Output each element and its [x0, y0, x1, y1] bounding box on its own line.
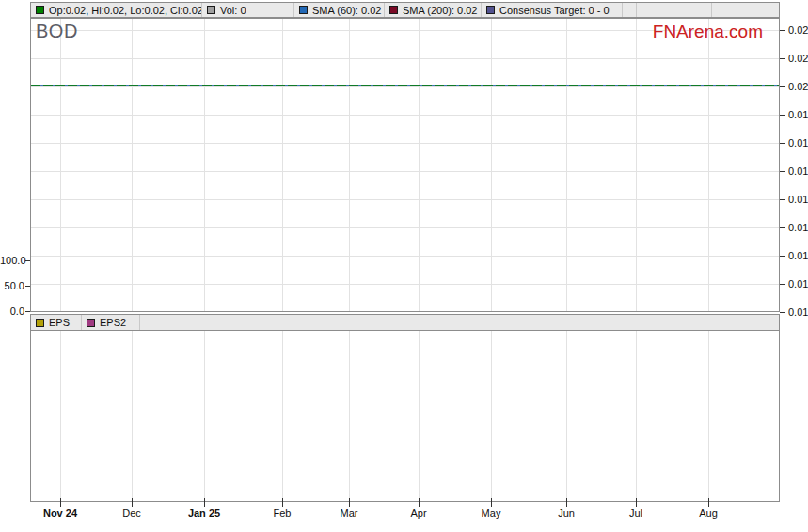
price-legend-swatch-icon	[299, 6, 308, 14]
price-legend-item: Consensus Target: 0 - 0	[482, 3, 623, 17]
v-gridline	[566, 331, 567, 501]
h-gridline	[31, 86, 779, 87]
price-axis-label: 0.0200	[788, 81, 808, 92]
price-line	[31, 85, 779, 86]
date-axis-label: Apr	[381, 508, 456, 519]
date-axis-tick	[419, 498, 420, 507]
v-gridline	[636, 331, 637, 501]
date-axis-tick	[349, 498, 350, 507]
price-axis-label: 0.0186	[788, 278, 808, 289]
date-axis-label: Dec	[94, 508, 169, 519]
price-axis-label: 0.0192	[788, 194, 808, 205]
price-legend-swatch-icon	[389, 6, 398, 14]
volume-axis-tick	[25, 286, 30, 287]
date-axis-label: Jun	[529, 508, 604, 519]
price-legend-item: SMA (200): 0.02	[385, 3, 482, 17]
date-axis-tick	[636, 498, 637, 507]
price-legend-bar: Op:0.02, Hi:0.02, Lo:0.02, Cl:0.02Vol: 0…	[30, 2, 780, 18]
volume-axis-label: 50.0	[0, 280, 24, 291]
v-gridline	[60, 19, 61, 311]
v-gridline	[282, 331, 283, 501]
date-axis-label: Aug	[671, 508, 746, 519]
price-axis-label: 0.0198	[788, 109, 808, 120]
price-legend-label: Vol: 0	[220, 5, 246, 16]
v-gridline	[491, 19, 492, 311]
price-legend-spacer	[637, 3, 712, 17]
price-axis-tick	[780, 58, 785, 59]
v-gridline	[566, 19, 567, 311]
date-axis-label: Nov 24	[23, 508, 98, 519]
v-gridline	[419, 331, 420, 501]
sma-underline	[31, 86, 779, 86]
date-axis-tick	[491, 498, 492, 507]
price-legend-spacer	[623, 3, 637, 17]
price-axis-tick	[780, 30, 785, 31]
volume-axis-label: 100.0	[0, 255, 24, 266]
v-gridline	[282, 19, 283, 311]
v-gridline	[132, 331, 133, 501]
date-axis-tick	[566, 498, 567, 507]
h-gridline	[31, 115, 779, 116]
price-axis-tick	[780, 256, 785, 257]
price-axis-tick	[780, 115, 785, 116]
price-legend-swatch-icon	[207, 6, 215, 14]
symbol-title: BOD	[36, 21, 78, 42]
eps-legend-bar: EPSEPS2	[31, 315, 779, 331]
v-gridline	[419, 19, 420, 311]
price-axis-label: 0.0194	[788, 165, 808, 177]
date-axis-label: Jan 25	[166, 508, 242, 519]
price-axis-tick	[780, 312, 785, 313]
date-axis-label: Feb	[245, 508, 320, 519]
price-axis-tick	[780, 143, 785, 144]
eps-legend-label: EPS	[49, 317, 70, 328]
v-gridline	[60, 331, 61, 501]
price-axis-label: 0.0204	[788, 24, 808, 36]
h-gridline	[31, 256, 779, 257]
price-legend-label: SMA (200): 0.02	[403, 5, 478, 16]
date-axis-label: Jul	[598, 508, 673, 519]
volume-axis-tick	[25, 311, 30, 312]
price-axis-tick	[780, 227, 785, 228]
v-gridline	[204, 19, 205, 311]
price-legend-label: Op:0.02, Hi:0.02, Lo:0.02, Cl:0.02	[49, 5, 202, 16]
eps-legend-swatch-icon	[87, 319, 95, 327]
price-axis-label: 0.0196	[788, 137, 808, 149]
date-axis-tick	[282, 498, 283, 507]
price-chart-area	[30, 18, 780, 312]
v-gridline	[708, 331, 709, 501]
date-axis-label: May	[453, 508, 529, 519]
date-axis-tick	[708, 498, 709, 507]
date-axis-tick	[132, 498, 133, 507]
price-axis-label: 0.0190	[788, 222, 808, 233]
volume-axis-label: 0.0	[0, 305, 24, 317]
v-gridline	[132, 19, 133, 311]
h-gridline	[31, 284, 779, 285]
price-axis-tick	[780, 199, 785, 200]
volume-axis-tick	[25, 260, 30, 261]
v-gridline	[349, 19, 350, 311]
eps-chart-area: EPSEPS2	[30, 314, 780, 502]
eps-legend-filler	[140, 315, 779, 330]
date-axis-label: Mar	[311, 508, 387, 519]
price-axis-label: 0.0202	[788, 53, 808, 64]
v-gridline	[204, 331, 205, 501]
stock-chart: Op:0.02, Hi:0.02, Lo:0.02, Cl:0.02Vol: 0…	[0, 0, 808, 532]
eps-legend-item: EPS2	[82, 315, 140, 330]
date-axis-tick	[60, 498, 61, 507]
price-axis-tick	[780, 86, 785, 87]
fnarena-logo[interactable]: FNArena.com	[653, 22, 763, 42]
price-legend-item: SMA (60): 0.02	[294, 3, 385, 17]
price-legend-swatch-icon	[486, 6, 495, 14]
v-gridline	[491, 331, 492, 501]
price-legend-item: Vol: 0	[202, 3, 294, 17]
price-legend-item: Op:0.02, Hi:0.02, Lo:0.02, Cl:0.02	[31, 3, 202, 17]
eps-legend-swatch-icon	[36, 319, 44, 327]
date-axis-tick	[204, 498, 205, 507]
price-axis-tick	[780, 284, 785, 285]
h-gridline	[31, 58, 779, 59]
h-gridline	[31, 227, 779, 228]
price-axis-label: 0.0184	[788, 306, 808, 318]
eps-legend-label: EPS2	[100, 317, 126, 328]
price-legend-label: Consensus Target: 0 - 0	[499, 5, 610, 16]
price-axis-label: 0.0188	[788, 250, 808, 261]
